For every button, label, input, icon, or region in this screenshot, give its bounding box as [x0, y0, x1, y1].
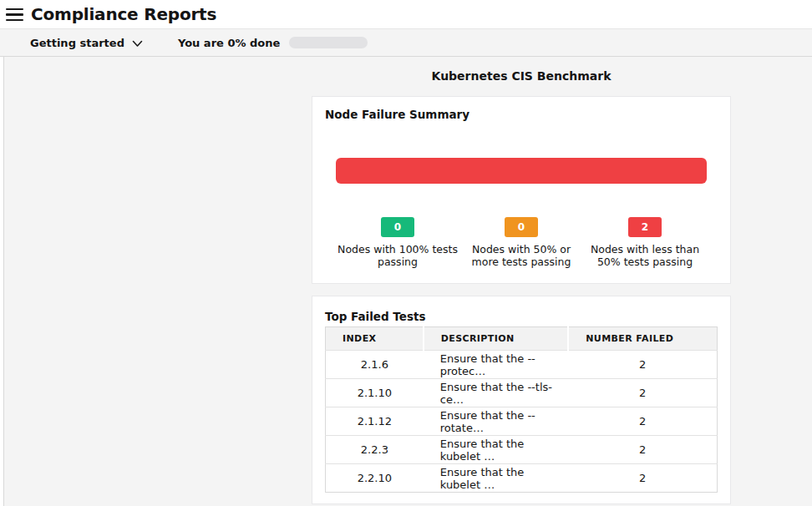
- test-description: Ensure that the --rotate…: [424, 407, 569, 436]
- node-stats-row: 0 Nodes with 100% tests passing 0 Nodes …: [336, 217, 707, 268]
- table-row: 2.2.10 Ensure that the kubelet … 2: [326, 464, 718, 493]
- stat-badge-red: 2: [628, 217, 662, 237]
- test-description: Ensure that the --tls-ce…: [424, 379, 569, 407]
- table-row: 2.1.12 Ensure that the --rotate… 2: [326, 407, 718, 436]
- test-index: 2.1.12: [326, 407, 424, 436]
- test-index: 2.2.3: [326, 436, 424, 464]
- report-title: Kubernetes CIS Benchmark: [312, 69, 731, 83]
- test-index: 2.1.10: [326, 379, 424, 407]
- getting-started-label: Getting started: [30, 37, 124, 49]
- column-header-index: INDEX: [326, 327, 424, 351]
- node-failure-summary-card: Node Failure Summary 0 Nodes with 100% t…: [312, 96, 731, 284]
- getting-started-bar: Getting started You are 0% done: [0, 28, 812, 57]
- stat-nodes-passing-less-50: 2 Nodes with less than 50% tests passing: [583, 217, 707, 268]
- test-number-failed: 2: [568, 351, 717, 379]
- stat-nodes-passing-100: 0 Nodes with 100% tests passing: [336, 217, 459, 268]
- test-number-failed: 2: [568, 379, 717, 407]
- stat-label: Nodes with less than 50% tests passing: [583, 243, 707, 268]
- table-row: 2.1.6 Ensure that the --protec… 2: [326, 351, 718, 379]
- test-index: 2.1.6: [326, 351, 424, 379]
- chevron-down-icon: [132, 40, 143, 48]
- table-row: 2.2.3 Ensure that the kubelet … 2: [326, 436, 718, 464]
- test-number-failed: 2: [568, 407, 717, 436]
- stat-nodes-passing-50-or-more: 0 Nodes with 50% or more tests passing: [459, 217, 583, 268]
- stat-badge-orange: 0: [505, 217, 538, 237]
- test-description: Ensure that the kubelet …: [424, 436, 569, 464]
- column-header-description: DESCRIPTION: [424, 327, 569, 351]
- app-header: Compliance Reports: [0, 0, 812, 28]
- progress-text: You are 0% done: [178, 37, 280, 49]
- progress-bar: [289, 37, 368, 48]
- test-number-failed: 2: [568, 436, 717, 464]
- table-header-row: INDEX DESCRIPTION NUMBER FAILED: [326, 327, 718, 351]
- hamburger-menu-icon[interactable]: [6, 8, 23, 22]
- main-content-panel: Kubernetes CIS Benchmark Node Failure Su…: [3, 57, 812, 506]
- top-failed-tests-table: INDEX DESCRIPTION NUMBER FAILED 2.1.6 En…: [325, 326, 718, 493]
- node-failure-summary-heading: Node Failure Summary: [325, 108, 718, 121]
- stat-label: Nodes with 100% tests passing: [336, 243, 459, 268]
- table-row: 2.1.10 Ensure that the --tls-ce… 2: [326, 379, 718, 407]
- test-description: Ensure that the --protec…: [424, 351, 569, 379]
- top-failed-tests-card: Top Failed Tests INDEX DESCRIPTION NUMBE…: [312, 296, 731, 504]
- stat-badge-green: 0: [381, 217, 414, 237]
- test-number-failed: 2: [568, 464, 717, 493]
- getting-started-dropdown[interactable]: Getting started: [30, 37, 143, 49]
- test-description: Ensure that the kubelet …: [424, 464, 569, 493]
- test-index: 2.2.10: [326, 464, 424, 493]
- report-column: Kubernetes CIS Benchmark Node Failure Su…: [312, 57, 731, 504]
- node-failure-chart: 0 Nodes with 100% tests passing 0 Nodes …: [325, 158, 718, 268]
- failure-distribution-bar: [336, 158, 707, 184]
- stat-label: Nodes with 50% or more tests passing: [459, 243, 583, 268]
- page-title: Compliance Reports: [31, 4, 216, 24]
- top-failed-tests-heading: Top Failed Tests: [325, 310, 718, 323]
- column-header-number-failed: NUMBER FAILED: [568, 327, 717, 351]
